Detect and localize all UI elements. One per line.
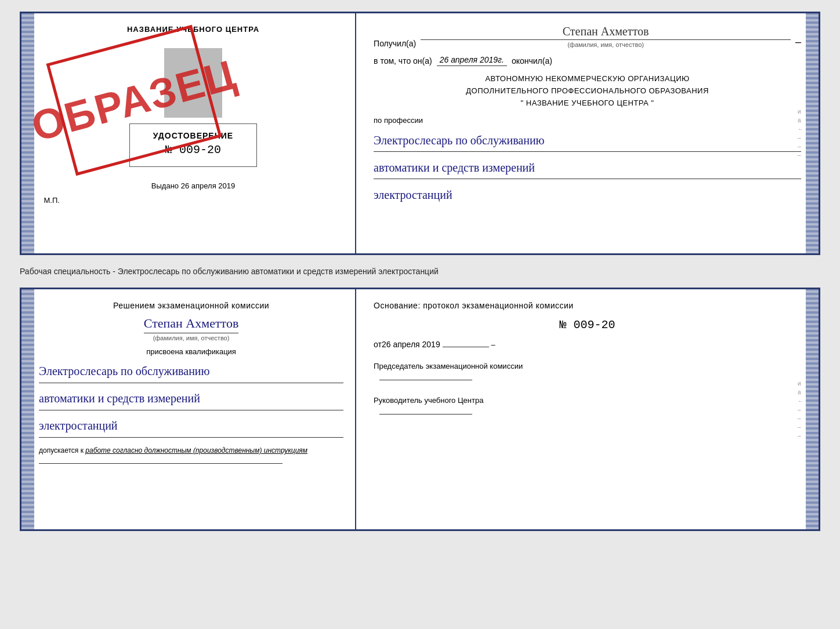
rukovoditel-block: Руководитель учебного Центра (374, 396, 801, 416)
middle-text: Рабочая специальность - Электрослесарь п… (20, 262, 820, 281)
from-date: 26 апреля 2019 (382, 340, 440, 349)
fio-subtitle: (фамилия, имя, отчество) (421, 41, 791, 48)
from-label: от (374, 340, 382, 349)
name-block: Степан Ахметтов (фамилия, имя, отчество) (39, 316, 343, 341)
bottom-right-panel: Основание: протокол экзаменационной коми… (356, 289, 819, 529)
vydano-label: Выдано (151, 181, 179, 190)
po-professii-row: по профессии (374, 116, 801, 125)
profession-line1-wrap: Электрослесарь по обслуживанию (374, 132, 801, 152)
margin-letters: и а ← – – – (798, 13, 803, 253)
bottom-right-strip (806, 289, 819, 529)
vydano-line: Выдано 26 апреля 2019 (151, 181, 235, 190)
poluchil-label: Получил(а) (374, 39, 416, 48)
profession-line2: автоматики и средств измерений (374, 161, 535, 174)
profession-line2-wrap: автоматики и средств измерений (374, 159, 801, 179)
kval-line2: автоматики и средств измерений (39, 392, 200, 405)
bottom-fio-sub: (фамилия, имя, отчество) (153, 335, 230, 341)
cert-right-panel: Получил(а) Степан Ахметтов (фамилия, имя… (356, 13, 819, 253)
kval-line2-wrap: автоматики и средств измерений (39, 389, 343, 410)
certificate-bottom: Решением экзаменационной комиссии Степан… (20, 288, 820, 531)
kval-line1: Электрослесарь по обслуживанию (39, 365, 209, 377)
dopusk-prefix: допускается к (39, 446, 84, 455)
completion-date: 26 апреля 2019г. (437, 55, 507, 66)
org-line3: " НАЗВАНИЕ УЧЕБНОГО ЦЕНТРА " (374, 97, 801, 110)
resheniem-text: Решением экзаменационной комиссии (39, 301, 343, 310)
certificate-top: НАЗВАНИЕ УЧЕБНОГО ЦЕНТРА ОБРАЗЕЦ УДОСТОВ… (20, 12, 820, 255)
dopusk-block: допускается к работе согласно должностны… (39, 446, 343, 455)
rukovoditel-label: Руководитель учебного Центра (374, 396, 801, 405)
poluchil-row: Получил(а) Степан Ахметтов (фамилия, имя… (374, 25, 801, 48)
kval-line3-wrap: электростанций (39, 416, 343, 438)
okonchil-label: окончил(а) (512, 56, 552, 66)
school-name: НАЗВАНИЕ УЧЕБНОГО ЦЕНТРА (127, 25, 259, 34)
org-line2: ДОПОЛНИТЕЛЬНОГО ПРОФЕССИОНАЛЬНОГО ОБРАЗО… (374, 85, 801, 97)
profession-line1: Электрослесарь по обслуживанию (374, 134, 544, 147)
predsedatel-sign-line (379, 380, 472, 380)
vydano-date: 26 апреля 2019 (181, 181, 236, 190)
certificate-number: № 009-20 (142, 143, 245, 157)
profession-line3: электростанций (374, 188, 452, 201)
vtom-row: в том, что он(а) 26 апреля 2019г. окончи… (374, 55, 801, 66)
po-professii-label: по профессии (374, 116, 423, 125)
recipient-name: Степан Ахметтов (421, 25, 791, 40)
bottom-name: Степан Ахметтов (144, 316, 238, 333)
dopusk-underline (39, 463, 283, 464)
kval-line3: электростанций (39, 419, 118, 432)
profession-line3-wrap: электростанций (374, 186, 801, 206)
rukovoditel-sign-line (379, 414, 472, 415)
vtom-label: в том, что он(а) (374, 56, 432, 66)
mp-label: М.П. (44, 196, 60, 205)
cert-left-panel: НАЗВАНИЕ УЧЕБНОГО ЦЕНТРА ОБРАЗЕЦ УДОСТОВ… (21, 13, 356, 253)
bottom-left-panel: Решением экзаменационной комиссии Степан… (21, 289, 356, 529)
predsedatel-label: Председатель экзаменационной комиссии (374, 362, 801, 370)
bottom-margin-letters: и а ← – – – – (798, 289, 803, 529)
predsedatel-block: Председатель экзаменационной комиссии (374, 362, 801, 382)
photo-placeholder (164, 48, 222, 118)
right-decorative-strip (806, 13, 819, 253)
org-block: АВТОНОМНУЮ НЕКОММЕРЧЕСКУЮ ОРГАНИЗАЦИЮ ДО… (374, 73, 801, 109)
dopusk-text: работе согласно должностным (производств… (85, 446, 307, 455)
kval-line1-wrap: Электрослесарь по обслуживанию (39, 362, 343, 383)
prisvoena-text: присвоена квалификация (39, 347, 343, 356)
osnov-text: Основание: протокол экзаменационной коми… (374, 301, 801, 310)
udostoverenie-box: УДОСТОВЕРЕНИЕ № 009-20 (129, 123, 257, 167)
protocol-number: № 009-20 (374, 318, 801, 332)
from-date-row: от26 апреля 2019 – (374, 340, 801, 349)
udostoverenie-title: УДОСТОВЕРЕНИЕ (142, 131, 245, 140)
org-line1: АВТОНОМНУЮ НЕКОММЕРЧЕСКУЮ ОРГАНИЗАЦИЮ (374, 73, 801, 85)
